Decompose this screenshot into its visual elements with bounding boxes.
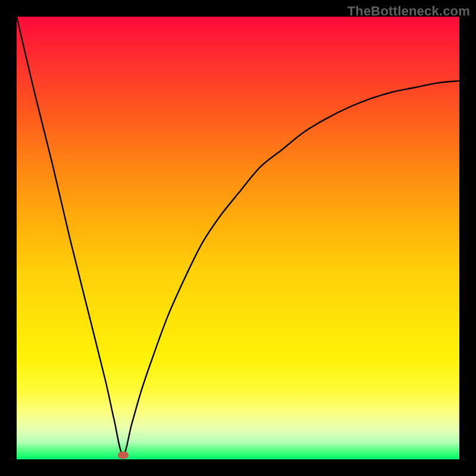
chart-frame: TheBottleneck.com bbox=[0, 0, 476, 476]
bottleneck-curve bbox=[17, 17, 459, 459]
chart-plot-area bbox=[17, 17, 459, 459]
minimum-marker bbox=[118, 452, 129, 459]
